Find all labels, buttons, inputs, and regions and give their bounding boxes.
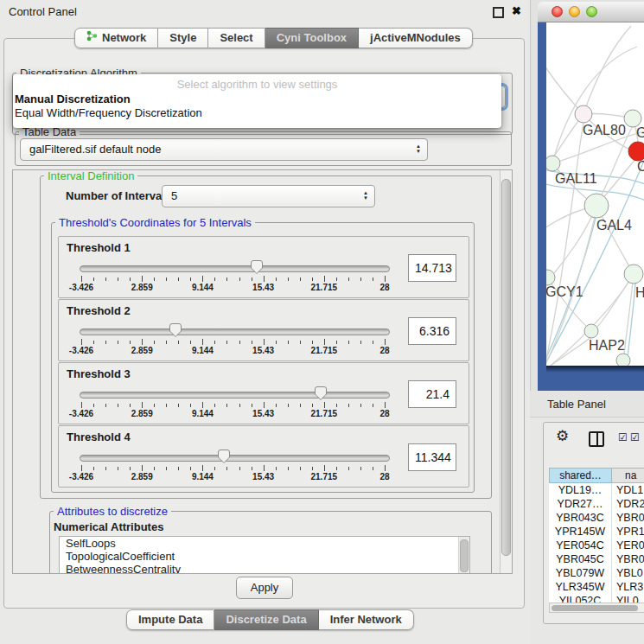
checkbox-icon[interactable]: ☑: [630, 431, 640, 443]
threshold-slider-thumb[interactable]: [314, 386, 328, 401]
table-row[interactable]: YBR045CYBR0: [549, 552, 644, 566]
tab-select[interactable]: Select: [208, 28, 265, 48]
cell-shared-name[interactable]: YBL079W: [549, 566, 612, 580]
slider-tick: [312, 341, 313, 344]
table-row[interactable]: YLR345WYLR3: [549, 580, 644, 594]
network-node[interactable]: [546, 156, 560, 171]
control-panel: Control Panel ✖ NetworkStyleSelectCyni T…: [0, 0, 531, 644]
network-node[interactable]: [624, 265, 643, 284]
network-node[interactable]: [628, 142, 644, 161]
cell-shared-name[interactable]: YDL19…: [549, 483, 612, 497]
network-node[interactable]: [624, 110, 641, 127]
table-row[interactable]: YER054CYER0: [549, 539, 644, 552]
table-row[interactable]: YBL079WYBL0: [549, 566, 644, 580]
tab-network[interactable]: Network: [74, 28, 158, 48]
cell-shared-name[interactable]: YBR045C: [549, 552, 612, 566]
cell-name[interactable]: YDL1: [612, 483, 644, 497]
cell-name[interactable]: YBR0: [612, 552, 644, 566]
tab-impute-data[interactable]: Impute Data: [126, 609, 214, 630]
numerical-attributes-list[interactable]: SelfLoopsTopologicalCoefficientBetweenne…: [59, 536, 470, 574]
number-of-intervals-spinner[interactable]: 5 ▲▼: [162, 185, 375, 207]
cell-name[interactable]: YER0: [612, 539, 644, 552]
split-columns-icon[interactable]: [589, 431, 604, 447]
attribute-item-selfloops[interactable]: SelfLoops: [60, 537, 469, 550]
slider-tick: [105, 341, 106, 344]
threshold-slider-track[interactable]: [80, 455, 390, 462]
table-panel-title: Table Panel: [547, 398, 606, 411]
cell-name[interactable]: YDR2: [612, 497, 644, 511]
table-panel-header: Table Panel: [530, 391, 644, 418]
checkbox-icon[interactable]: ☑: [618, 431, 628, 443]
network-node[interactable]: [616, 354, 630, 366]
column-header-name[interactable]: na: [612, 468, 644, 483]
network-node[interactable]: [584, 194, 609, 218]
close-traffic-light-icon[interactable]: [552, 6, 563, 17]
table-row[interactable]: YBR043CYBR0: [549, 511, 644, 525]
slider-tick-label: 2.859: [131, 409, 153, 418]
tab-jactivemnodules[interactable]: jActiveMNodules: [359, 28, 473, 48]
number-of-intervals-value: 5: [171, 189, 177, 202]
network-node[interactable]: [575, 105, 592, 123]
cell-name[interactable]: YBL0: [612, 566, 644, 580]
threshold-slider-track[interactable]: [80, 265, 390, 272]
cell-shared-name[interactable]: YER054C: [549, 539, 612, 552]
slider-tick: [190, 341, 191, 344]
slider-tick-label: -3.426: [69, 472, 93, 481]
tab-cyni-toolbox[interactable]: Cyni Toolbox: [265, 28, 359, 48]
tab-infer-network[interactable]: Infer Network: [319, 609, 414, 630]
cell-name[interactable]: YPR1: [612, 525, 644, 539]
slider-tick: [385, 402, 386, 408]
table-horizontal-scrollbar[interactable]: [549, 603, 644, 613]
gear-icon[interactable]: ⚙: [556, 427, 569, 445]
tab-label: Select: [220, 29, 252, 48]
threshold-slider-track[interactable]: [80, 392, 390, 399]
slider-tick: [324, 402, 325, 408]
table-data-combobox[interactable]: galFiltered.sif default node ▲▼: [20, 138, 428, 161]
cell-shared-name[interactable]: YPR145W: [549, 525, 612, 539]
tab-discretize-data[interactable]: Discretize Data: [214, 609, 318, 630]
settings-scrollbar[interactable]: [500, 170, 512, 573]
threshold-slider-track[interactable]: [80, 328, 390, 335]
threshold-slider-thumb[interactable]: [217, 449, 231, 464]
slider-tick: [300, 467, 301, 470]
threshold-value-field[interactable]: 6.316: [408, 317, 456, 345]
attributes-scrollbar-thumb[interactable]: [460, 539, 469, 572]
attribute-item-topologicalcoefficient[interactable]: TopologicalCoefficient: [60, 550, 469, 563]
cell-name[interactable]: YBR0: [612, 511, 644, 525]
network-window-titlebar[interactable]: [538, 2, 644, 22]
cell-shared-name[interactable]: YDR27…: [549, 497, 612, 511]
slider-tick: [276, 404, 277, 407]
settings-scrollbar-thumb[interactable]: [501, 179, 511, 556]
close-icon[interactable]: ✖: [512, 4, 521, 17]
zoom-traffic-light-icon[interactable]: [586, 6, 597, 17]
cell-name[interactable]: YLR3: [612, 580, 644, 594]
attribute-item-betweennesscentrality[interactable]: BetweennessCentrality: [60, 563, 469, 574]
cell-shared-name[interactable]: YLR345W: [549, 580, 612, 594]
table-scrollbar-thumb[interactable]: [552, 605, 638, 611]
algorithm-option-equal-width-frequency-discretization[interactable]: Equal Width/Frequency Discretization: [13, 106, 501, 120]
minimize-traffic-light-icon[interactable]: [569, 6, 580, 17]
slider-tick: [178, 341, 179, 344]
table-header-row: shared… na: [549, 468, 644, 483]
table-row[interactable]: YDL19…YDL1: [549, 483, 644, 497]
cell-shared-name[interactable]: YBR043C: [549, 511, 612, 525]
tab-style[interactable]: Style: [158, 28, 208, 48]
network-node[interactable]: [546, 270, 555, 285]
threshold-slider-thumb[interactable]: [169, 322, 182, 338]
slider-tick: [300, 341, 301, 344]
threshold-value-field[interactable]: 14.713: [408, 254, 456, 282]
network-node[interactable]: [584, 324, 598, 338]
network-canvas[interactable]: GAL80GALCGAL11GAL4GCY1HHAP2: [546, 22, 644, 366]
apply-button[interactable]: Apply: [236, 577, 293, 599]
attributes-scrollbar[interactable]: [458, 537, 469, 574]
table-row[interactable]: YPR145WYPR1: [549, 525, 644, 539]
table-panel-card: ⚙ ☑ ☑ shared… na YDL19…YDL1YDR27…YDR2YBR…: [543, 422, 644, 624]
threshold-value-field[interactable]: 11.344: [408, 443, 456, 471]
threshold-slider-thumb[interactable]: [250, 259, 264, 275]
float-window-icon[interactable]: [493, 7, 504, 18]
table-row[interactable]: YDR27…YDR2: [549, 497, 644, 511]
algorithm-option-manual-discretization[interactable]: Manual Discretization: [13, 92, 501, 106]
slider-tick: [202, 276, 203, 282]
column-header-shared-name[interactable]: shared…: [549, 468, 612, 483]
threshold-value-field[interactable]: 21.4: [408, 380, 456, 408]
